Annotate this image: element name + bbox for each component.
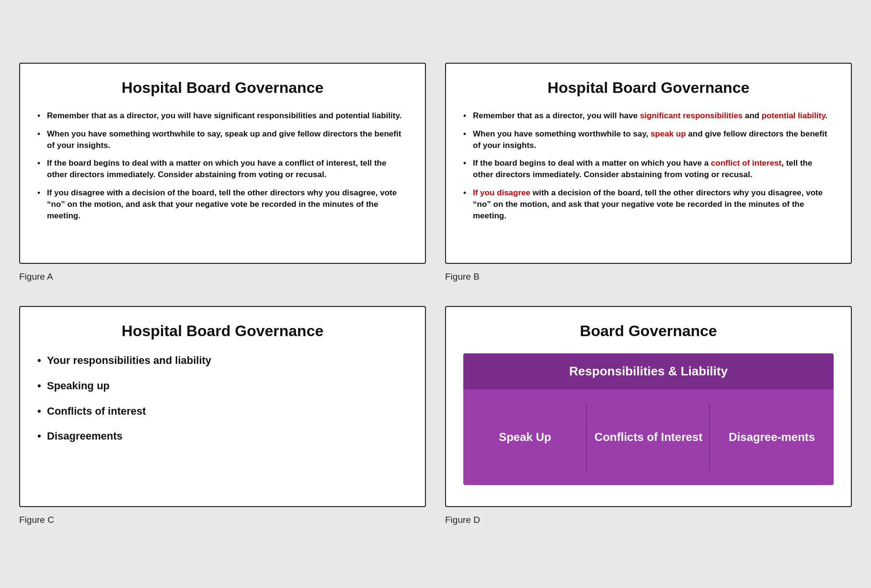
figure-a-bullets: Remember that as a director, you will ha…	[37, 110, 408, 221]
figure-c-card: Hospital Board Governance Your responsib…	[19, 306, 426, 507]
bullet-a-4: If you disagree with a decision of the b…	[37, 187, 408, 221]
bullet-b-3: If the board begins to deal with a matte…	[463, 158, 834, 181]
figure-c-bullets: Your responsibilities and liability Spea…	[37, 353, 408, 444]
figure-b-wrap: Hospital Board Governance Remember that …	[445, 63, 852, 282]
diagram-cell-speak-up: Speak Up	[463, 389, 587, 485]
figure-d-label: Figure D	[445, 515, 852, 525]
bullet-c-2: Speaking up	[37, 379, 408, 394]
figure-a-title: Hospital Board Governance	[37, 79, 408, 97]
red-significant: significant responsibilities	[640, 111, 743, 120]
diagram-top-label: Responsibilities & Liability	[463, 353, 834, 389]
red-if-you-disagree: If you disagree	[473, 188, 530, 197]
bullet-b-2: When you have something worthwhile to sa…	[463, 128, 834, 151]
figure-b-title: Hospital Board Governance	[463, 79, 834, 97]
figure-c-title: Hospital Board Governance	[37, 322, 408, 340]
bullet-c-3: Conflicts of interest	[37, 404, 408, 419]
figure-a-wrap: Hospital Board Governance Remember that …	[19, 63, 426, 282]
figure-d-wrap: Board Governance Responsibilities & Liab…	[445, 306, 852, 525]
figure-a-label: Figure A	[19, 271, 426, 282]
bullet-c-1: Your responsibilities and liability	[37, 353, 408, 368]
red-conflict: conflict of interest	[711, 158, 781, 168]
diagram-cell-disagreements: Disagree-ments	[710, 389, 834, 485]
bullet-a-3: If the board begins to deal with a matte…	[37, 158, 408, 181]
bullet-a-2: When you have something worthwhile to sa…	[37, 128, 408, 151]
figure-d-title: Board Governance	[463, 322, 834, 340]
diagram-bottom: Speak Up Conflicts of Interest Disagree-…	[463, 389, 834, 485]
figure-b-bullets: Remember that as a director, you will ha…	[463, 110, 834, 221]
red-liability: potential liability	[762, 111, 825, 120]
bullet-a-1: Remember that as a director, you will ha…	[37, 110, 408, 122]
figure-d-card: Board Governance Responsibilities & Liab…	[445, 306, 852, 507]
figure-c-wrap: Hospital Board Governance Your responsib…	[19, 306, 426, 525]
figure-c-label: Figure C	[19, 515, 426, 525]
figure-b-label: Figure B	[445, 271, 852, 282]
bullet-c-4: Disagreements	[37, 429, 408, 444]
bullet-b-1: Remember that as a director, you will ha…	[463, 110, 834, 122]
red-speak-up: speak up	[651, 129, 686, 138]
diagram: Responsibilities & Liability Speak Up Co…	[463, 353, 834, 485]
diagram-cell-conflicts: Conflicts of Interest	[587, 389, 711, 485]
figure-b-card: Hospital Board Governance Remember that …	[445, 63, 852, 264]
bullet-b-4: If you disagree with a decision of the b…	[463, 187, 834, 221]
main-grid: Hospital Board Governance Remember that …	[19, 63, 852, 525]
figure-a-card: Hospital Board Governance Remember that …	[19, 63, 426, 264]
